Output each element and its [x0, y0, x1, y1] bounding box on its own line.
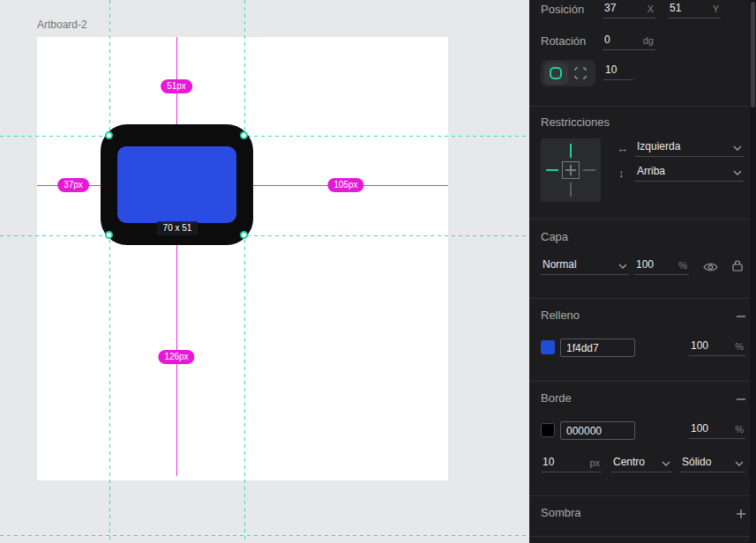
distance-line-vertical	[176, 37, 177, 476]
visibility-toggle[interactable]	[702, 259, 718, 275]
blend-mode-select[interactable]: Normal	[541, 257, 629, 275]
constraint-horizontal-value: Izquierda	[637, 140, 680, 152]
border-width-input[interactable]	[543, 456, 577, 468]
constraint-right[interactable]	[583, 169, 595, 171]
constraint-vertical-value: Arriba	[637, 165, 665, 177]
rotation-input[interactable]	[604, 33, 634, 46]
panel-scrollbar[interactable]	[750, 0, 756, 543]
chevron-down-icon	[735, 461, 744, 466]
position-y-unit: Y	[713, 4, 719, 14]
design-panel: Posición X Y Rotación dg	[529, 0, 756, 543]
divider	[529, 381, 756, 382]
artboard[interactable]	[37, 37, 448, 480]
border-opacity-unit: %	[735, 424, 744, 435]
constraints-widget[interactable]	[541, 138, 601, 202]
rotation-field[interactable]: dg	[603, 33, 655, 50]
rotation-unit: dg	[643, 35, 654, 46]
layer-opacity-unit: %	[678, 260, 687, 271]
app-window: Artboard-2 51px 37px 105px 126px 70 x 51…	[0, 0, 756, 543]
lock-toggle[interactable]	[730, 257, 745, 273]
radius-input[interactable]	[605, 63, 632, 76]
divider	[529, 536, 756, 537]
position-label: Posición	[541, 3, 584, 16]
radius-all-icon	[550, 67, 562, 79]
border-align-value: Centro	[613, 456, 645, 468]
border-style-value: Sólido	[682, 456, 711, 468]
radius-single-button[interactable]	[569, 63, 593, 85]
blend-mode-value: Normal	[543, 258, 577, 271]
border-width-unit: px	[589, 457, 600, 468]
panel-scrollbar-thumb[interactable]	[751, 2, 755, 108]
layer-title: Capa	[541, 230, 568, 243]
divider	[529, 106, 756, 107]
fill-opacity-unit: %	[735, 341, 744, 352]
eye-icon	[703, 262, 718, 272]
position-y-field[interactable]: Y	[668, 1, 721, 19]
minus-icon	[736, 311, 746, 322]
guide-vertical-left	[109, 0, 110, 543]
measure-badge-right: 105px	[327, 178, 363, 192]
border-opacity-field[interactable]: %	[689, 421, 745, 439]
constraint-left-active[interactable]	[546, 169, 558, 171]
border-width-field[interactable]: px	[541, 455, 602, 472]
guide-vertical-right	[244, 0, 245, 543]
selection-handle-top-left[interactable]	[105, 131, 113, 139]
selected-shape-fill[interactable]	[117, 146, 236, 223]
artboard-label[interactable]: Artboard-2	[37, 19, 87, 31]
guide-horizontal-top	[0, 136, 529, 137]
divider	[529, 298, 756, 299]
constraint-vertical-select[interactable]: Arriba	[635, 164, 744, 182]
border-hex-box[interactable]	[560, 421, 635, 440]
vertical-arrow-icon: ↕	[618, 167, 625, 180]
guide-horizontal-bottom	[0, 235, 529, 236]
fill-hex-box[interactable]	[560, 338, 635, 357]
constraint-center-plus	[570, 165, 572, 175]
border-opacity-input[interactable]	[691, 422, 722, 435]
shadow-title: Sombra	[541, 506, 581, 519]
add-shadow-button[interactable]	[733, 506, 749, 522]
chevron-down-icon	[662, 461, 670, 466]
border-title: Borde	[541, 391, 572, 405]
rotation-label: Rotación	[541, 34, 586, 48]
radius-field[interactable]	[603, 63, 633, 80]
position-x-field[interactable]: X	[603, 1, 655, 19]
measure-badge-bottom: 126px	[158, 350, 194, 364]
divider	[529, 495, 756, 496]
constraint-horizontal-select[interactable]: Izquierda	[635, 139, 744, 157]
remove-border-button[interactable]	[733, 391, 749, 407]
fill-hex-input[interactable]	[561, 342, 634, 354]
border-align-select[interactable]: Centro	[611, 455, 672, 472]
constraint-top-active[interactable]	[570, 144, 572, 158]
fill-color-swatch[interactable]	[541, 340, 555, 354]
selection-handle-bottom-right[interactable]	[240, 231, 248, 239]
layer-opacity-field[interactable]: %	[634, 257, 689, 275]
constraints-title: Restricciones	[541, 115, 610, 129]
horizontal-arrow-icon: ↔	[617, 142, 628, 155]
border-color-swatch[interactable]	[541, 423, 555, 437]
fill-opacity-field[interactable]: %	[689, 338, 745, 356]
lock-icon	[732, 260, 743, 272]
position-x-unit: X	[647, 4, 654, 14]
chevron-down-icon	[618, 264, 627, 269]
border-hex-input[interactable]	[561, 425, 634, 437]
fill-title: Relleno	[541, 309, 580, 322]
plus-icon	[736, 509, 746, 519]
remove-fill-button[interactable]	[733, 309, 749, 324]
position-x-input[interactable]	[604, 2, 634, 14]
position-y-input[interactable]	[670, 2, 700, 14]
canvas-viewport[interactable]: Artboard-2 51px 37px 105px 126px 70 x 51	[0, 0, 529, 543]
radius-all-button[interactable]	[544, 63, 568, 85]
radius-single-icon	[574, 67, 587, 79]
minus-icon	[736, 394, 746, 405]
size-badge: 70 x 51	[157, 221, 198, 235]
layer-opacity-input[interactable]	[636, 258, 667, 271]
radius-mode-group	[541, 60, 595, 86]
selection-handle-bottom-left[interactable]	[105, 231, 113, 239]
selection-handle-top-right[interactable]	[240, 131, 248, 139]
measure-badge-left: 37px	[57, 178, 89, 192]
guide-horizontal-canvas-bottom	[0, 535, 529, 536]
divider	[529, 219, 756, 219]
border-style-select[interactable]: Sólido	[680, 455, 745, 472]
fill-opacity-input[interactable]	[691, 339, 722, 352]
constraint-bottom[interactable]	[570, 182, 572, 197]
